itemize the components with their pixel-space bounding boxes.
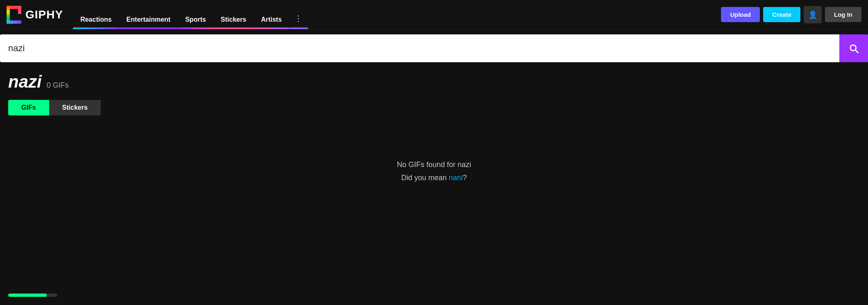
svg-rect-4	[7, 20, 21, 24]
nav-more[interactable]: ⋮	[289, 0, 308, 29]
progress-bar-outer	[8, 294, 57, 297]
nav-stickers[interactable]: Stickers	[213, 0, 254, 29]
no-results-line1: No GIFs found for nazi	[397, 160, 471, 169]
more-dots-icon: ⋮	[294, 14, 303, 29]
nav-reactions[interactable]: Reactions	[73, 0, 119, 29]
giphy-logo-icon	[7, 6, 21, 24]
search-input[interactable]	[0, 36, 839, 61]
no-results-line2-suffix: ?	[463, 174, 467, 182]
search-bar	[0, 34, 868, 62]
upload-button[interactable]: Upload	[721, 7, 760, 22]
search-button[interactable]	[839, 34, 868, 62]
giphy-logo[interactable]: GIPHY	[7, 6, 63, 24]
no-results-line2-prefix: Did you mean	[401, 174, 449, 182]
progress-bar-section	[8, 294, 57, 297]
search-term: nazi	[8, 72, 42, 92]
nav-sports[interactable]: Sports	[178, 0, 213, 29]
user-icon: 👤	[808, 10, 817, 19]
main-nav: Reactions Entertainment Sports Stickers …	[73, 0, 714, 29]
gif-count: 0 GIFs	[47, 81, 69, 90]
search-section	[0, 29, 868, 62]
giphy-logo-text: GIPHY	[25, 8, 63, 21]
create-button[interactable]: Create	[763, 7, 800, 22]
content-tabs: GIFs Stickers	[8, 100, 860, 115]
nav-underline-more	[289, 27, 308, 29]
nav-underline-stickers	[213, 27, 254, 29]
nav-artists[interactable]: Artists	[254, 0, 289, 29]
suggestion-link[interactable]: nani	[449, 174, 463, 182]
nav-entertainment[interactable]: Entertainment	[119, 0, 178, 29]
no-results-section: No GIFs found for nazi Did you mean nani…	[8, 125, 860, 217]
nav-underline-sports	[178, 27, 213, 29]
tab-stickers[interactable]: Stickers	[49, 100, 101, 115]
nav-underline-artists	[254, 27, 289, 29]
nav-underline-reactions	[73, 27, 119, 29]
user-icon-button[interactable]: 👤	[804, 6, 822, 23]
progress-bar-inner	[8, 294, 47, 297]
nav-underline-entertainment	[119, 27, 178, 29]
tab-gifs[interactable]: GIFs	[8, 100, 49, 115]
search-heading: nazi 0 GIFs	[8, 72, 860, 92]
no-results-text: No GIFs found for nazi Did you mean nani…	[16, 158, 852, 185]
login-button[interactable]: Log In	[825, 7, 861, 22]
main-content: nazi 0 GIFs GIFs Stickers No GIFs found …	[0, 62, 868, 217]
header-actions: Upload Create 👤 Log In	[721, 6, 861, 23]
search-icon	[848, 43, 859, 54]
svg-rect-5	[18, 6, 21, 14]
